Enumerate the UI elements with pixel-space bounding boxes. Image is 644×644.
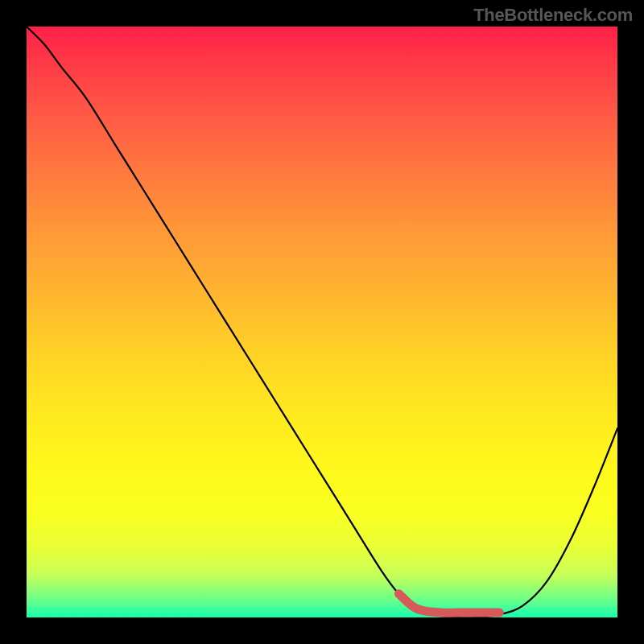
curve-svg <box>27 27 617 617</box>
chart-container: TheBottleneck.com <box>0 0 644 644</box>
optimal-range-highlight <box>398 594 499 613</box>
bottleneck-curve <box>27 27 617 617</box>
watermark-text: TheBottleneck.com <box>473 5 633 26</box>
plot-area <box>27 27 617 617</box>
